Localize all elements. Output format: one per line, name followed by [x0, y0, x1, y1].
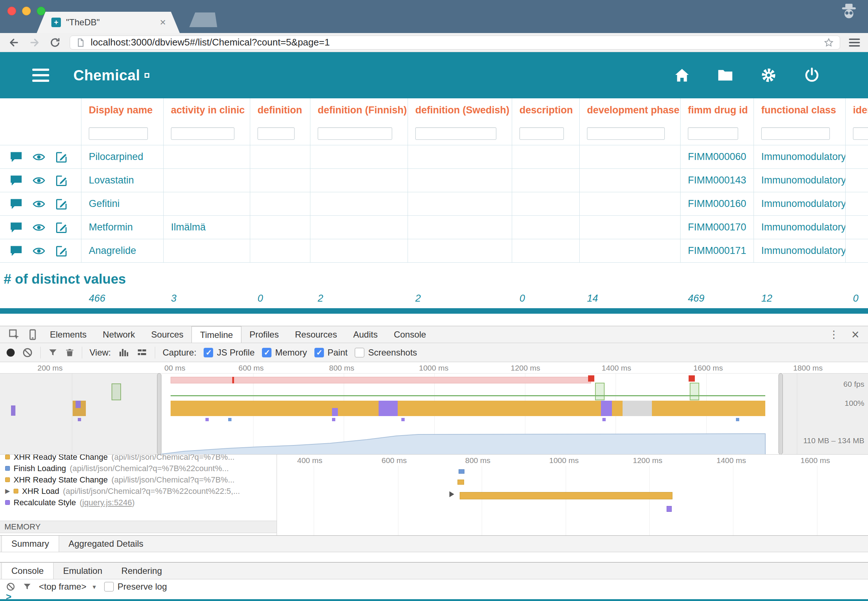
timeline-event-row[interactable]: XHR Ready State Change(api/list/json/Che…: [0, 455, 277, 463]
console-prompt[interactable]: >: [0, 594, 868, 601]
record-button[interactable]: [7, 349, 15, 357]
view-record-icon[interactable]: [32, 221, 46, 234]
rendering-record-bar[interactable]: [667, 506, 672, 512]
selection-handle-right[interactable]: [778, 373, 783, 455]
url-field[interactable]: localhost:3000/dbview5#/list/Chemical?co…: [70, 36, 840, 50]
home-icon[interactable]: [673, 67, 690, 84]
column-header[interactable]: Display name: [81, 98, 164, 122]
view-record-icon[interactable]: [32, 174, 46, 187]
display-name-cell[interactable]: Pilocarpined: [81, 145, 164, 168]
filter-icon[interactable]: [23, 581, 32, 592]
frame-selector[interactable]: <top frame>: [39, 581, 86, 592]
settings-gear-icon[interactable]: [760, 67, 777, 84]
timeline-event-row[interactable]: Finish Loading(api/list/json/Chemical?q=…: [0, 463, 277, 474]
paint-checkbox[interactable]: [314, 348, 324, 357]
garbage-collect-icon[interactable]: [65, 347, 75, 358]
timeline-flame-chart[interactable]: 400 ms 600 ms 800 ms 1000 ms 1200 ms 140…: [277, 455, 868, 535]
reload-button[interactable]: [49, 37, 61, 49]
memory-checkbox[interactable]: [262, 348, 271, 357]
timeline-event-row[interactable]: ▶ XHR Load(api/list/json/Chemical?q=%7B%…: [0, 485, 277, 497]
timeline-event-row[interactable]: Recalculate Style(jquery.js:5246): [0, 497, 277, 508]
folder-icon[interactable]: [717, 67, 734, 84]
devtools-menu-icon[interactable]: ⋮: [829, 328, 839, 340]
tab-console[interactable]: Console: [385, 326, 434, 343]
tab-drawer-console[interactable]: Console: [2, 563, 53, 579]
tab-aggregated-details[interactable]: Aggregated Details: [59, 536, 153, 552]
edit-record-icon[interactable]: [55, 221, 68, 234]
edit-record-icon[interactable]: [55, 174, 68, 187]
column-filter-input[interactable]: [761, 127, 830, 140]
js-profile-checkbox[interactable]: [204, 348, 213, 357]
device-mode-icon[interactable]: [26, 328, 39, 341]
entity-link-icon[interactable]: [145, 73, 149, 78]
column-filter-input[interactable]: [415, 127, 496, 140]
column-header[interactable]: development phase: [580, 98, 681, 122]
edit-record-icon[interactable]: [55, 150, 68, 164]
chevron-down-icon[interactable]: ▼: [91, 584, 97, 590]
tab-profiles[interactable]: Profiles: [241, 326, 287, 343]
browser-tab[interactable]: + "TheDB" ×: [37, 12, 180, 33]
comment-icon[interactable]: [9, 150, 23, 164]
column-filter-input[interactable]: [171, 127, 235, 140]
display-name-cell[interactable]: Metformin: [81, 216, 164, 239]
column-filter-input[interactable]: [688, 127, 738, 140]
clear-console-icon[interactable]: [6, 581, 15, 592]
tab-drawer-rendering[interactable]: Rendering: [112, 563, 172, 579]
tab-sources[interactable]: Sources: [143, 326, 192, 343]
comment-icon[interactable]: [9, 244, 23, 258]
column-filter-input[interactable]: [318, 127, 392, 140]
comment-icon[interactable]: [9, 197, 23, 211]
column-header[interactable]: definition (Swedish): [408, 98, 512, 122]
tab-resources[interactable]: Resources: [287, 326, 345, 343]
view-record-icon[interactable]: [32, 150, 46, 164]
view-record-icon[interactable]: [32, 244, 46, 258]
tab-timeline[interactable]: Timeline: [192, 326, 241, 343]
column-header[interactable]: definition: [250, 98, 311, 122]
filter-icon[interactable]: [48, 347, 58, 358]
url-text[interactable]: localhost:3000/dbview5#/list/Chemical?co…: [91, 37, 818, 48]
preserve-log-checkbox[interactable]: [104, 582, 114, 592]
column-header[interactable]: fimm drug id: [681, 98, 754, 122]
scripting-record-bar[interactable]: [457, 479, 464, 485]
table-horizontal-scrollbar[interactable]: [0, 308, 868, 314]
app-menu-icon[interactable]: [32, 69, 49, 82]
edit-record-icon[interactable]: [55, 244, 68, 258]
devtools-close-icon[interactable]: ×: [851, 328, 859, 341]
disclosure-icon[interactable]: ▶: [5, 487, 10, 495]
clear-icon[interactable]: [22, 347, 33, 358]
edit-record-icon[interactable]: [55, 197, 68, 211]
view-record-icon[interactable]: [32, 197, 46, 211]
column-header[interactable]: activity in clinic: [164, 98, 250, 122]
column-header[interactable]: description: [512, 98, 580, 122]
column-header[interactable]: functional class: [754, 98, 846, 122]
loading-record-bar[interactable]: [458, 469, 464, 474]
tab-drawer-emulation[interactable]: Emulation: [53, 563, 112, 579]
tab-network[interactable]: Network: [94, 326, 143, 343]
selection-handle-left[interactable]: [157, 373, 161, 455]
column-filter-input[interactable]: [853, 127, 868, 140]
column-filter-input[interactable]: [89, 127, 148, 140]
memory-section-header[interactable]: MEMORY: [0, 521, 277, 533]
view-frames-icon[interactable]: [137, 347, 148, 358]
disclosure-icon[interactable]: [449, 491, 454, 497]
comment-icon[interactable]: [9, 174, 23, 187]
zoom-window-button[interactable]: [37, 7, 46, 15]
display-name-cell[interactable]: Lovastatin: [81, 169, 164, 192]
timeline-event-row[interactable]: XHR Ready State Change(api/list/json/Che…: [0, 474, 277, 485]
column-filter-input[interactable]: [519, 127, 564, 140]
tab-audits[interactable]: Audits: [345, 326, 386, 343]
forward-button[interactable]: [29, 37, 40, 49]
column-filter-input[interactable]: [587, 127, 665, 140]
column-header[interactable]: definition (Finnish): [311, 98, 408, 122]
comment-icon[interactable]: [9, 221, 23, 234]
power-icon[interactable]: [803, 67, 820, 84]
minimize-window-button[interactable]: [22, 7, 31, 15]
view-bars-icon[interactable]: [118, 347, 129, 358]
tab-close-icon[interactable]: ×: [160, 17, 166, 27]
timeline-overview[interactable]: 200 ms 00 ms 600 ms 800 ms 1000 ms 1200 …: [0, 362, 868, 455]
display-name-cell[interactable]: Gefitini: [81, 192, 164, 215]
bookmark-star-icon[interactable]: [824, 37, 834, 48]
screenshots-checkbox[interactable]: [355, 348, 364, 357]
back-button[interactable]: [8, 37, 20, 49]
tab-summary[interactable]: Summary: [2, 536, 59, 552]
